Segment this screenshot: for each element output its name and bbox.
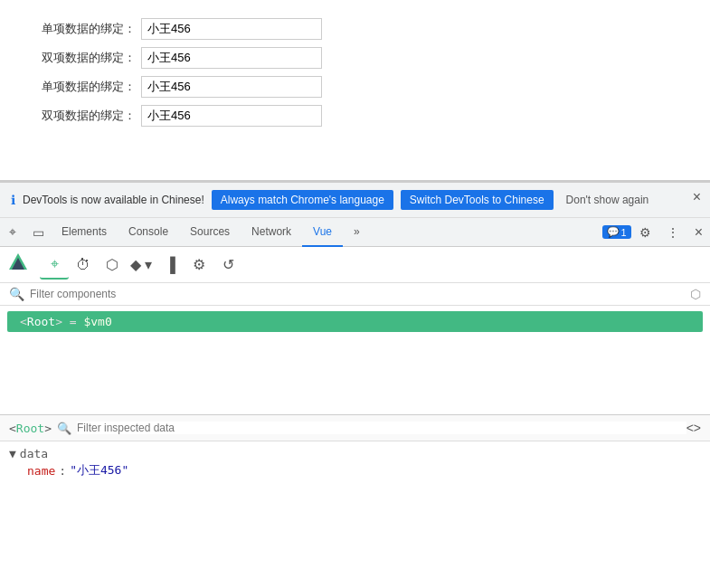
switch-chinese-button[interactable]: Switch DevTools to Chinese: [401, 190, 554, 210]
info-icon: ℹ: [11, 193, 15, 207]
binding-label-3: 双项数据的绑定：: [18, 108, 136, 124]
binding-row-2: 单项数据的绑定：: [18, 76, 692, 98]
tab-elements[interactable]: Elements: [51, 218, 118, 247]
tab-vue[interactable]: Vue: [302, 218, 343, 247]
close-devtools-icon[interactable]: ×: [687, 224, 710, 241]
inspect-element-icon[interactable]: ⌖: [0, 220, 25, 245]
binding-row-0: 单项数据的绑定：: [18, 18, 692, 40]
component-tree: <Root> = $vm0: [0, 306, 710, 414]
device-toolbar-icon[interactable]: ▭: [25, 220, 51, 245]
binding-row-3: 双项数据的绑定：: [18, 105, 692, 127]
badge-count: 1: [621, 227, 627, 238]
performance-btn[interactable]: ▐: [156, 251, 185, 280]
dont-show-button[interactable]: Don't show again: [561, 190, 655, 210]
root-vm-var: $vm0: [83, 315, 111, 328]
vue-logo: [7, 251, 29, 278]
root-close-bracket: >: [55, 315, 62, 328]
binding-label-1: 双项数据的绑定：: [18, 50, 136, 66]
data-key: data: [20, 447, 48, 460]
component-inspector-btn[interactable]: ⌖: [40, 251, 69, 280]
history-btn[interactable]: ⏱: [69, 251, 98, 280]
notification-close-icon[interactable]: ×: [693, 190, 701, 204]
settings-icon[interactable]: ⚙: [633, 220, 658, 245]
tab-more[interactable]: »: [343, 218, 371, 247]
binding-input-0[interactable]: [141, 18, 322, 40]
vue-settings-btn[interactable]: ⚙: [185, 251, 213, 280]
tab-sources[interactable]: Sources: [179, 218, 241, 247]
filter-settings-icon[interactable]: ⬡: [690, 287, 701, 301]
code-brackets-icon[interactable]: <>: [686, 421, 701, 435]
tabs-right-controls: 💬 1 ⚙ ⋮ ×: [602, 220, 710, 245]
binding-input-3[interactable]: [141, 105, 322, 127]
prop-key: name: [27, 464, 55, 478]
binding-input-2[interactable]: [141, 76, 322, 98]
filter-bar: 🔍 ⬡: [0, 283, 710, 306]
data-section-row[interactable]: ▼ data: [9, 447, 701, 460]
tab-console[interactable]: Console: [118, 218, 179, 247]
more-options-icon[interactable]: ⋮: [660, 220, 686, 245]
main-content: 单项数据的绑定： 双项数据的绑定： 单项数据的绑定： 双项数据的绑定：: [0, 0, 710, 181]
devtools-panel: ℹ DevTools is now available in Chinese! …: [0, 181, 710, 484]
vue-refresh-btn[interactable]: ↺: [213, 251, 242, 280]
data-prop-row: name : "小王456": [9, 462, 701, 479]
root-component-item[interactable]: <Root> = $vm0: [7, 311, 703, 332]
vue-toolbar: ⌖ ⏱ ⬡ ◆ ▾ ▐ ⚙ ↺: [0, 247, 710, 283]
inspector-header: <Root> 🔍 <>: [0, 415, 710, 441]
inspector-search-icon: 🔍: [57, 422, 71, 435]
tab-network[interactable]: Network: [241, 218, 302, 247]
root-equals: =: [62, 315, 83, 328]
data-toggle-icon: ▼: [9, 447, 16, 460]
root-tag-name: Root: [27, 315, 55, 328]
devtools-tabs-bar: ⌖ ▭ Elements Console Sources Network Vue…: [0, 218, 710, 247]
binding-input-1[interactable]: [141, 47, 322, 69]
inspector-root-tag: <Root>: [9, 422, 52, 435]
message-badge[interactable]: 💬 1: [602, 225, 631, 239]
inspector-filter-input[interactable]: [77, 422, 686, 434]
chat-icon: 💬: [607, 226, 620, 238]
vuex-btn[interactable]: ⬡: [98, 251, 127, 280]
routing-btn[interactable]: ◆ ▾: [127, 251, 156, 280]
prop-value: "小王456": [70, 462, 128, 479]
binding-row-1: 双项数据的绑定：: [18, 47, 692, 69]
binding-label-0: 单项数据的绑定：: [18, 21, 136, 37]
notification-bar: ℹ DevTools is now available in Chinese! …: [0, 183, 710, 218]
filter-components-input[interactable]: [30, 288, 690, 300]
inspector-panel: <Root> 🔍 <> ▼ data name : "小王456": [0, 414, 710, 484]
data-tree: ▼ data name : "小王456": [0, 441, 710, 484]
prop-colon: :: [59, 464, 66, 478]
notification-text: DevTools is now available in Chinese!: [23, 194, 204, 206]
root-tag-open: <: [9, 422, 16, 435]
root-tag-close: >: [44, 422, 52, 435]
root-name: Root: [16, 422, 44, 435]
always-match-button[interactable]: Always match Chrome's language: [212, 190, 393, 210]
search-icon: 🔍: [9, 287, 24, 301]
binding-label-2: 单项数据的绑定：: [18, 79, 136, 95]
root-open-bracket: <: [20, 315, 27, 328]
